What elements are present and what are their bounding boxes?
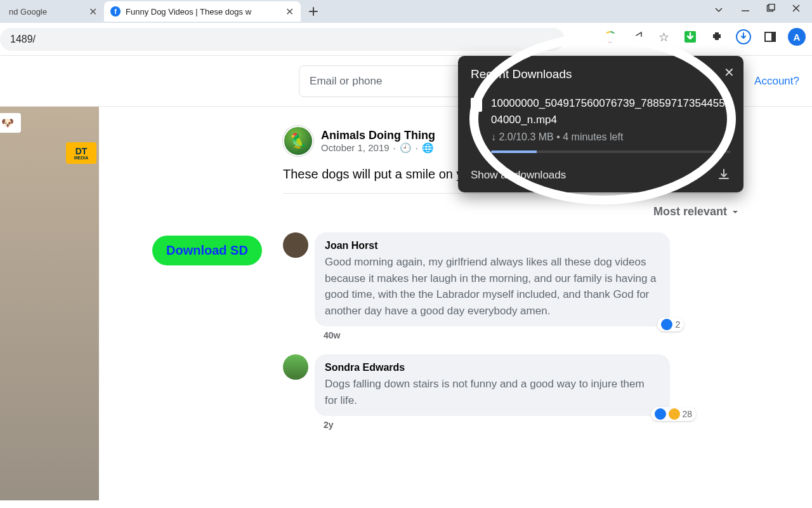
svg-rect-3 bbox=[769, 4, 775, 10]
comment-text: Dogs falling down stairs is not funny an… bbox=[325, 376, 660, 408]
download-item[interactable]: 10000000_504917560076739_788597173544550… bbox=[471, 95, 731, 153]
svg-text:f: f bbox=[114, 8, 117, 15]
video-thumbnail[interactable]: VIDEOS 🐶 DTMEDIA bbox=[0, 107, 99, 500]
close-icon[interactable]: ✕ bbox=[284, 6, 294, 17]
tab-title: nd Google bbox=[9, 7, 82, 17]
facebook-icon: f bbox=[110, 6, 121, 17]
page-avatar[interactable]: 🦜 bbox=[283, 126, 313, 156]
downloads-title: Recent Downloads bbox=[471, 67, 731, 81]
commenter-avatar[interactable] bbox=[283, 354, 308, 380]
side-panel-icon[interactable] bbox=[761, 28, 779, 46]
bookmark-icon[interactable]: ☆ bbox=[655, 28, 672, 46]
comment-text: Good morning again, my girlfriend always… bbox=[325, 254, 660, 319]
browser-chrome: nd Google ✕ f Funny Dog Videos | These d… bbox=[0, 0, 812, 56]
sad-icon bbox=[669, 408, 680, 420]
google-icon[interactable] bbox=[601, 28, 619, 46]
comment: Sondra Edwards Dogs falling down stairs … bbox=[283, 354, 740, 430]
comment-bubble: Joan Horst Good morning again, my girlfr… bbox=[315, 232, 670, 326]
extensions-icon[interactable] bbox=[708, 28, 726, 46]
share-icon[interactable] bbox=[628, 28, 646, 46]
commenter-name[interactable]: Sondra Edwards bbox=[325, 362, 660, 373]
close-icon[interactable]: ✕ bbox=[88, 6, 98, 17]
download-filename: 10000000_504917560076739_788597173544550… bbox=[491, 95, 731, 128]
post-author[interactable]: Animals Doing Thing bbox=[321, 129, 435, 142]
tab-strip: nd Google ✕ f Funny Dog Videos | These d… bbox=[0, 0, 812, 23]
new-tab-button[interactable] bbox=[304, 3, 322, 20]
chevron-down-icon bbox=[731, 208, 740, 217]
url-text: 1489/ bbox=[10, 34, 36, 45]
tab-inactive[interactable]: nd Google ✕ bbox=[3, 1, 104, 22]
tab-title: Funny Dog Videos | These dogs w bbox=[126, 7, 279, 17]
comment-sort[interactable]: Most relevant bbox=[283, 205, 740, 218]
like-icon bbox=[655, 408, 666, 420]
like-icon bbox=[661, 319, 672, 330]
close-icon[interactable]: ✕ bbox=[724, 65, 735, 80]
placeholder-text: Email or phone bbox=[310, 75, 382, 88]
download-extension-icon[interactable] bbox=[681, 28, 699, 46]
email-field[interactable]: Email or phone bbox=[299, 65, 470, 97]
comment-age: 2y bbox=[324, 420, 334, 430]
video-badge: VIDEOS 🐶 bbox=[0, 113, 21, 133]
minimize-icon[interactable] bbox=[741, 4, 750, 18]
window-controls bbox=[702, 0, 812, 22]
download-sd-button[interactable]: Download SD bbox=[152, 236, 262, 265]
commenter-avatar[interactable] bbox=[283, 232, 308, 258]
chevron-down-icon[interactable] bbox=[713, 4, 724, 18]
profile-avatar[interactable]: A bbox=[788, 28, 806, 46]
tab-active[interactable]: f Funny Dog Videos | These dogs w ✕ bbox=[104, 1, 301, 22]
toolbar-actions: ☆ A bbox=[601, 28, 806, 46]
address-bar[interactable]: 1489/ bbox=[0, 28, 565, 51]
downloads-icon[interactable] bbox=[735, 28, 752, 46]
maximize-icon[interactable] bbox=[766, 4, 775, 18]
comment-reactions[interactable]: 28 bbox=[651, 407, 697, 421]
globe-icon: 🌐 bbox=[422, 142, 434, 154]
download-progress bbox=[491, 150, 731, 153]
open-folder-icon[interactable] bbox=[717, 167, 731, 184]
comment: Joan Horst Good morning again, my girlfr… bbox=[283, 232, 740, 340]
history-icon: 🕘 bbox=[400, 142, 412, 154]
dt-media-logo: DTMEDIA bbox=[66, 142, 96, 164]
close-icon[interactable] bbox=[792, 4, 801, 18]
downloads-popup: Recent Downloads ✕ 10000000_504917560076… bbox=[458, 56, 743, 192]
post-meta: October 1, 2019 · 🕘 · 🌐 bbox=[321, 142, 435, 154]
commenter-name[interactable]: Joan Horst bbox=[325, 240, 660, 251]
forgot-account-link[interactable]: Account? bbox=[754, 75, 799, 88]
comment-reactions[interactable]: 2 bbox=[657, 318, 684, 331]
comment-age: 40w bbox=[324, 330, 340, 340]
divider bbox=[283, 193, 740, 194]
svg-rect-11 bbox=[771, 32, 775, 41]
show-all-downloads[interactable]: Show all downloads bbox=[471, 169, 566, 182]
file-icon bbox=[471, 98, 482, 112]
download-status: ↓ 2.0/10.3 MB • 4 minutes left bbox=[491, 131, 731, 143]
comment-bubble: Sondra Edwards Dogs falling down stairs … bbox=[315, 354, 670, 416]
